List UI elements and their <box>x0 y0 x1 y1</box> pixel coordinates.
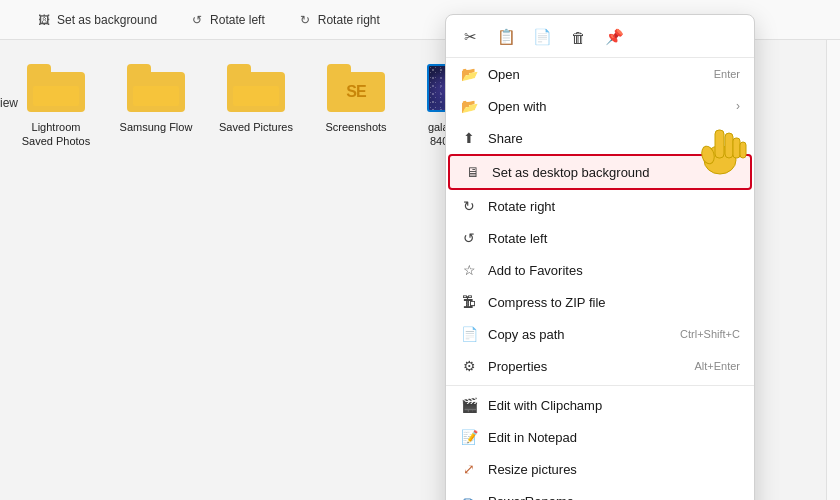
menu-item-favorites[interactable]: ☆ Add to Favorites <box>446 254 754 286</box>
context-menu: ✂ 📋 📄 🗑 📌 📂 Open Enter 📂 Open with › ⬆ S… <box>445 14 755 500</box>
file-label: Lightroom Saved Photos <box>16 120 96 149</box>
folder-icon-wrap <box>124 60 188 116</box>
folder-icon <box>27 64 85 112</box>
rotate-left-button[interactable]: ↺ Rotate left <box>181 8 273 32</box>
open-with-icon: 📂 <box>460 97 478 115</box>
delete-icon-btn[interactable]: 🗑 <box>564 23 592 51</box>
copy-path-icon: 📄 <box>460 325 478 343</box>
menu-item-rotate-left[interactable]: ↺ Rotate left <box>446 222 754 254</box>
list-item[interactable]: Samsung Flow <box>116 60 196 163</box>
pin-icon-btn[interactable]: 📌 <box>600 23 628 51</box>
folder-icon: SE <box>327 64 385 112</box>
file-label: Samsung Flow <box>120 120 193 134</box>
folder-icon-wrap: SE <box>324 60 388 116</box>
menu-item-open[interactable]: 📂 Open Enter <box>446 58 754 90</box>
clipchamp-icon: 🎬 <box>460 396 478 414</box>
rotate-right-menu-icon: ↻ <box>460 197 478 215</box>
menu-item-resize[interactable]: ⤢ Resize pictures <box>446 453 754 485</box>
menu-item-copy-path[interactable]: 📄 Copy as path Ctrl+Shift+C <box>446 318 754 350</box>
submenu-arrow: › <box>736 99 740 113</box>
list-item[interactable]: SE Screenshots <box>316 60 396 163</box>
notepad-icon: 📝 <box>460 428 478 446</box>
rotate-left-icon: ↺ <box>189 12 205 28</box>
menu-item-set-desktop-bg[interactable]: 🖥 Set as desktop background <box>448 154 752 190</box>
menu-item-open-with[interactable]: 📂 Open with › <box>446 90 754 122</box>
menu-item-rotate-right[interactable]: ↻ Rotate right <box>446 190 754 222</box>
rotate-left-menu-icon: ↺ <box>460 229 478 247</box>
menu-item-notepad[interactable]: 📝 Edit in Notepad <box>446 421 754 453</box>
zip-icon: 🗜 <box>460 293 478 311</box>
resize-icon: ⤢ <box>460 460 478 478</box>
folder-icon-wrap <box>224 60 288 116</box>
menu-item-powerrename[interactable]: ✏ PowerRename <box>446 485 754 500</box>
properties-icon: ⚙ <box>460 357 478 375</box>
menu-separator <box>446 385 754 386</box>
set-background-button[interactable]: 🖼 Set as background <box>28 8 165 32</box>
cut-icon-btn[interactable]: ✂ <box>456 23 484 51</box>
scrollbar[interactable] <box>826 40 840 500</box>
file-label: Saved Pictures <box>219 120 293 134</box>
menu-item-compress-zip[interactable]: 🗜 Compress to ZIP file <box>446 286 754 318</box>
menu-top-icons: ✂ 📋 📄 🗑 📌 <box>446 19 754 58</box>
folder-icon <box>127 64 185 112</box>
file-label: Screenshots <box>325 120 386 134</box>
desktop-bg-icon: 🖥 <box>464 163 482 181</box>
list-item[interactable]: Lightroom Saved Photos <box>16 60 96 163</box>
background-icon: 🖼 <box>36 12 52 28</box>
folder-icon-wrap <box>24 60 88 116</box>
powerrename-icon: ✏ <box>460 492 478 500</box>
rotate-right-button[interactable]: ↻ Rotate right <box>289 8 388 32</box>
copy-icon-btn[interactable]: 📋 <box>492 23 520 51</box>
menu-item-clipchamp[interactable]: 🎬 Edit with Clipchamp <box>446 389 754 421</box>
open-icon: 📂 <box>460 65 478 83</box>
rotate-right-icon: ↻ <box>297 12 313 28</box>
list-item[interactable]: Saved Pictures <box>216 60 296 163</box>
star-icon: ☆ <box>460 261 478 279</box>
share-icon: ⬆ <box>460 129 478 147</box>
partial-view-text: iew <box>0 96 18 110</box>
folder-icon <box>227 64 285 112</box>
paste-icon-btn[interactable]: 📄 <box>528 23 556 51</box>
menu-item-properties[interactable]: ⚙ Properties Alt+Enter <box>446 350 754 382</box>
menu-item-share[interactable]: ⬆ Share <box>446 122 754 154</box>
